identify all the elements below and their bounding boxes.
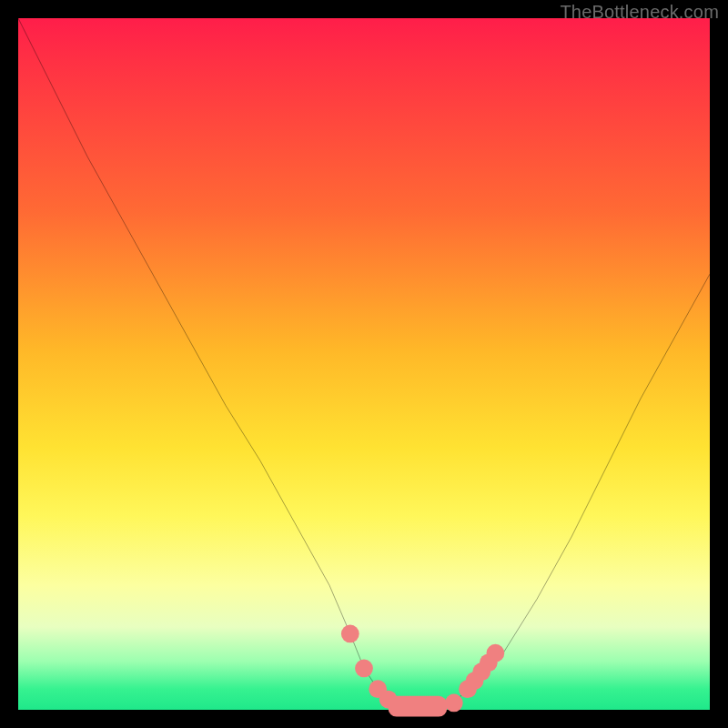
plot-area: [18, 18, 710, 710]
right-dot-5: [487, 644, 505, 662]
frame: TheBottleneck.com: [0, 0, 728, 728]
curve-svg: [18, 18, 710, 710]
mid-dot-1: [445, 694, 463, 713]
bottleneck-curve: [18, 18, 710, 710]
left-dot-4: [379, 691, 398, 709]
left-dot-2: [355, 660, 373, 678]
left-dot-1: [341, 625, 359, 643]
